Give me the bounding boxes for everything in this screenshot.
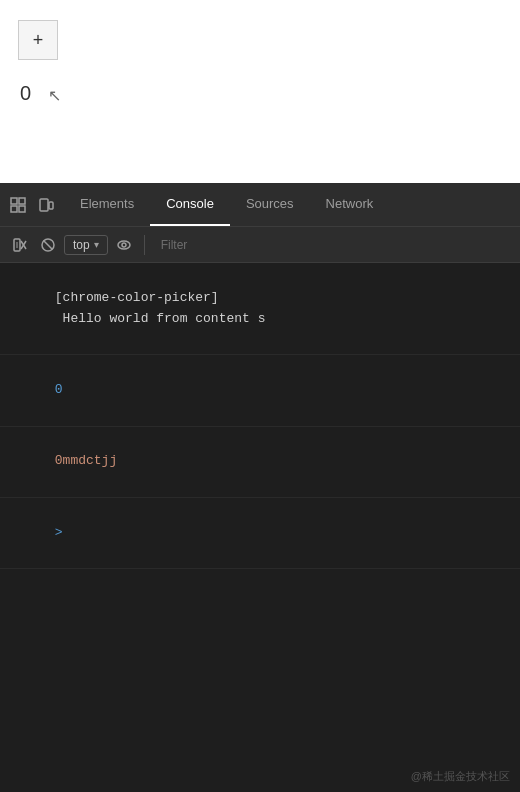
cursor-icon: ↖ xyxy=(48,86,61,105)
console-string-output: 0mmdctjj xyxy=(55,453,117,468)
console-line-2: 0 xyxy=(0,355,520,426)
console-toolbar: top ▾ xyxy=(0,227,520,263)
tab-network-label: Network xyxy=(326,196,374,211)
devtools-icon-area xyxy=(0,183,64,226)
eye-icon[interactable] xyxy=(112,233,136,257)
chrome-picker-message: Hello world from content s xyxy=(55,311,266,326)
console-filter-input[interactable] xyxy=(153,238,512,252)
svg-point-13 xyxy=(122,243,126,247)
tab-network[interactable]: Network xyxy=(310,183,390,226)
console-prompt-symbol: > xyxy=(55,525,63,540)
tab-console[interactable]: Console xyxy=(150,183,230,226)
increment-button[interactable]: + xyxy=(18,20,58,60)
clear-console-icon[interactable] xyxy=(8,233,32,257)
inspect-element-icon[interactable] xyxy=(8,195,28,215)
context-selector[interactable]: top ▾ xyxy=(64,235,108,255)
block-icon[interactable] xyxy=(36,233,60,257)
console-prompt-line[interactable]: > xyxy=(0,498,520,569)
counter-display: 0 xyxy=(20,82,31,105)
svg-rect-3 xyxy=(19,206,25,212)
toolbar-divider xyxy=(144,235,145,255)
svg-rect-2 xyxy=(11,206,17,212)
svg-rect-4 xyxy=(40,199,48,211)
console-line-1: [chrome-color-picker] Hello world from c… xyxy=(0,263,520,355)
tab-elements[interactable]: Elements xyxy=(64,183,150,226)
watermark-text: @稀土掘金技术社区 xyxy=(411,769,510,784)
chrome-picker-tag: [chrome-color-picker] xyxy=(55,290,219,305)
svg-line-11 xyxy=(44,240,53,249)
svg-rect-5 xyxy=(49,202,53,209)
console-output-area: [chrome-color-picker] Hello world from c… xyxy=(0,263,520,792)
svg-rect-0 xyxy=(11,198,17,204)
device-toggle-icon[interactable] xyxy=(36,195,56,215)
tab-console-label: Console xyxy=(166,196,214,211)
devtools-panel: Elements Console Sources Network xyxy=(0,183,520,792)
console-line-3: 0mmdctjj xyxy=(0,427,520,498)
devtools-tab-bar: Elements Console Sources Network xyxy=(0,183,520,227)
tab-sources-label: Sources xyxy=(246,196,294,211)
tab-sources[interactable]: Sources xyxy=(230,183,310,226)
tab-elements-label: Elements xyxy=(80,196,134,211)
context-chevron-icon: ▾ xyxy=(94,239,99,250)
context-label: top xyxy=(73,238,90,252)
plus-label: + xyxy=(33,30,44,51)
console-number-output: 0 xyxy=(55,382,63,397)
svg-rect-1 xyxy=(19,198,25,204)
browser-viewport: + 0 ↖ xyxy=(0,0,520,183)
svg-point-12 xyxy=(118,241,130,249)
